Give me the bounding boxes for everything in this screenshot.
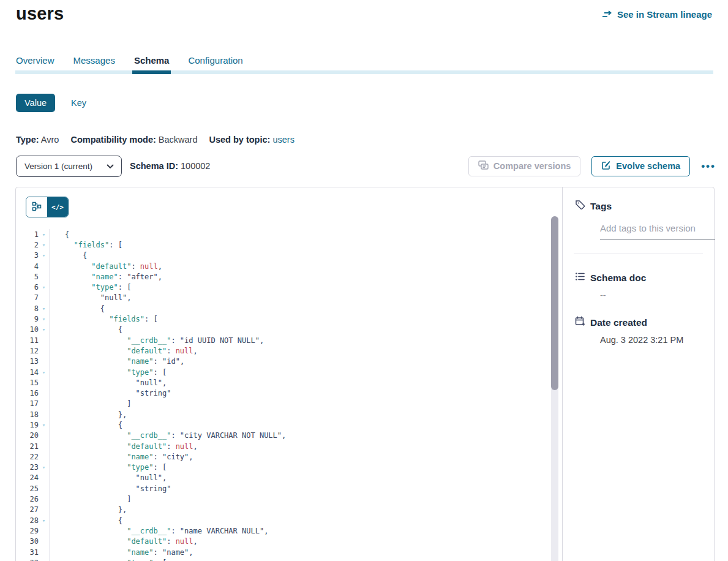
code-text: "string": [50, 389, 171, 397]
code-text: "null",: [50, 378, 167, 387]
code-text: {: [50, 304, 105, 313]
line-number: 10: [16, 325, 39, 334]
code-view-button[interactable]: </>: [47, 197, 68, 217]
add-tags-input[interactable]: [600, 223, 715, 239]
fold-gutter: [39, 537, 50, 547]
fold-arrow-icon[interactable]: ▾: [39, 303, 50, 314]
code-line: 9▾ "fields": [: [16, 314, 562, 324]
fold-gutter: [39, 261, 50, 271]
evolve-schema-button[interactable]: Evolve schema: [591, 156, 690, 176]
more-actions-button[interactable]: •••: [701, 161, 716, 171]
line-number: 21: [16, 442, 39, 451]
tab-messages[interactable]: Messages: [73, 54, 115, 74]
code-text: {: [50, 325, 122, 334]
fold-arrow-icon[interactable]: ▾: [39, 282, 50, 292]
line-number: 25: [16, 484, 39, 493]
date-created-value: Aug. 3 2022 3:21 PM: [600, 335, 700, 345]
compare-icon: [478, 160, 489, 171]
code-text: "name": "after",: [50, 273, 162, 281]
code-line: 20 "__crdb__": "city VARCHAR NOT NULL",: [16, 431, 562, 441]
key-toggle-button[interactable]: Key: [71, 98, 86, 108]
schema-editor: </> 1▾{2▾ "fields": [3▾ {4 "default": nu…: [16, 187, 562, 561]
tree-view-button[interactable]: [26, 197, 47, 217]
compare-versions-button[interactable]: Compare versions: [468, 156, 581, 176]
code-text: ]: [50, 495, 131, 503]
code-line: 19▾ {: [16, 420, 562, 430]
fold-arrow-icon[interactable]: ▾: [39, 250, 50, 261]
fold-arrow-icon[interactable]: ▾: [39, 515, 50, 525]
code-line: 10▾ {: [16, 325, 562, 335]
version-select[interactable]: Version 1 (current): [16, 156, 122, 177]
line-number: 23: [16, 463, 39, 472]
fold-gutter: [39, 547, 50, 557]
code-line: 4 "default": null,: [16, 261, 562, 271]
editor-scrollbar[interactable]: [551, 216, 558, 561]
code-text: "name": "city",: [50, 453, 193, 461]
code-line: 5 "name": "after",: [16, 271, 562, 282]
topic-link[interactable]: users: [272, 135, 294, 145]
line-number: 15: [16, 378, 39, 387]
date-created-section: Date created Aug. 3 2022 3:21 PM: [563, 316, 714, 345]
code-text: "type": [: [50, 368, 167, 377]
fold-arrow-icon[interactable]: ▾: [39, 557, 50, 561]
line-number: 2: [16, 241, 39, 249]
fold-gutter: [39, 441, 50, 451]
line-number: 31: [16, 548, 39, 557]
schema-type: Type: Avro: [16, 135, 59, 145]
fold-arrow-icon[interactable]: ▾: [39, 420, 50, 430]
line-number: 7: [16, 293, 39, 302]
code-text: "fields": [: [50, 241, 122, 249]
fold-arrow-icon[interactable]: ▾: [39, 314, 50, 324]
fold-gutter: [39, 388, 50, 398]
stream-lineage-link[interactable]: See in Stream lineage: [602, 9, 712, 20]
code-text: "type": [: [50, 463, 167, 472]
code-line: 27 },: [16, 505, 562, 515]
tab-overview[interactable]: Overview: [16, 54, 54, 74]
line-number: 6: [16, 283, 39, 292]
fold-arrow-icon[interactable]: ▾: [39, 229, 50, 239]
line-number: 27: [16, 505, 39, 514]
code-line: 6▾ "type": [: [16, 282, 562, 292]
code-text: ]: [50, 399, 131, 408]
editor-scrollbar-thumb[interactable]: [551, 216, 558, 390]
code-text: {: [50, 421, 122, 429]
fold-gutter: [39, 494, 50, 504]
line-number: 32: [16, 559, 39, 561]
fold-gutter: [39, 335, 50, 345]
code-line: 15 "null",: [16, 377, 562, 388]
line-number: 5: [16, 273, 39, 281]
date-created-heading: Date created: [590, 317, 647, 328]
code-line: 32▾ "type": [: [16, 557, 562, 561]
code-lines: 1▾{2▾ "fields": [3▾ {4 "default": null,5…: [16, 216, 562, 561]
chevron-down-icon: [107, 162, 114, 171]
tab-schema[interactable]: Schema: [134, 54, 170, 74]
line-number: 14: [16, 368, 39, 377]
code-line: 25 "string": [16, 483, 562, 494]
code-line: 8▾ {: [16, 303, 562, 314]
code-line: 3▾ {: [16, 250, 562, 261]
code-text: "null",: [50, 293, 131, 302]
fold-gutter: [39, 271, 50, 282]
code-text: "fields": [: [50, 315, 158, 323]
fold-arrow-icon[interactable]: ▾: [39, 325, 50, 335]
code-text: {: [50, 516, 122, 525]
fold-arrow-icon[interactable]: ▾: [39, 239, 50, 250]
code-line: 18 },: [16, 409, 562, 420]
fold-arrow-icon[interactable]: ▾: [39, 367, 50, 377]
fold-gutter: [39, 293, 50, 303]
value-toggle-button[interactable]: Value: [16, 94, 55, 112]
code-line: 2▾ "fields": [: [16, 239, 562, 250]
code-line: 21 "default": null,: [16, 441, 562, 451]
code-text: {: [50, 251, 87, 260]
calendar-plus-icon: [575, 316, 585, 329]
line-number: 17: [16, 399, 39, 408]
fold-arrow-icon[interactable]: ▾: [39, 462, 50, 473]
code-text: "default": null,: [50, 262, 162, 271]
fold-gutter: [39, 431, 50, 441]
tab-configuration[interactable]: Configuration: [188, 54, 242, 74]
code-line: 29 "__crdb__": "name VARCHAR NULL",: [16, 525, 562, 536]
code-line: 17 ]: [16, 399, 562, 409]
schema-doc-heading: Schema doc: [590, 273, 646, 284]
schema-sidebar: Tags Schema doc --: [562, 187, 714, 561]
code-text: "default": null,: [50, 442, 198, 451]
